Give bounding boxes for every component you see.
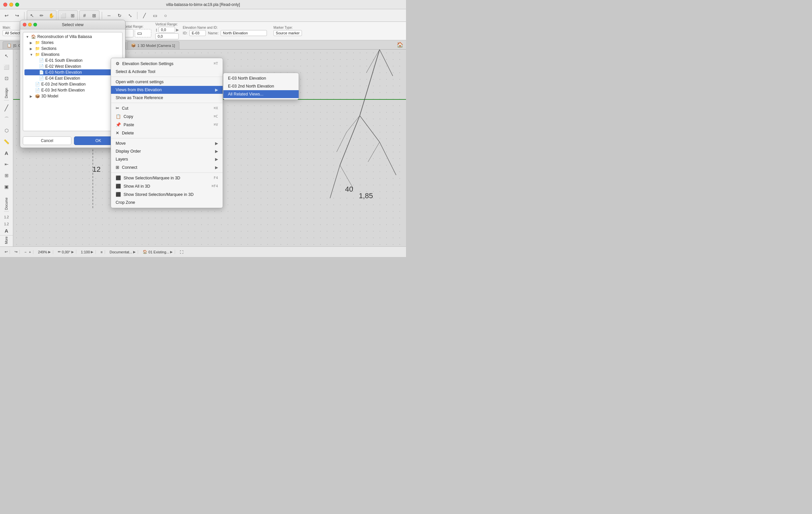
status-angle[interactable]: ✏ 0,00° ▶: [56, 250, 76, 254]
edit-tool[interactable]: ✏: [37, 11, 46, 20]
tree-item-7[interactable]: 📄E-04 East Elevation: [24, 75, 121, 81]
submenu-item-1[interactable]: E-03 2nd North Elevation: [223, 82, 299, 90]
context-menu-item-0[interactable]: ⚙Elevation Selection Settings⌘T: [111, 59, 223, 68]
svg-line-7: [380, 50, 393, 76]
cm-label-3: Views from this Elevation: [116, 88, 162, 92]
elevation-id-value[interactable]: E-03: [189, 30, 206, 36]
v-range-val2[interactable]: 0,0: [155, 33, 179, 39]
fill-side-btn[interactable]: ▣: [2, 182, 11, 192]
zoom-in-btn[interactable]: +: [29, 250, 31, 254]
dotted-side-btn[interactable]: ⊡: [2, 73, 11, 83]
context-menu-item-2[interactable]: Open with current settings: [111, 78, 223, 86]
tree-item-2[interactable]: ▶📁Sections: [24, 46, 121, 52]
pan-tool[interactable]: ✋: [47, 11, 56, 20]
context-menu-item-14[interactable]: ⬛Show All in 3D⌘F4: [111, 182, 223, 190]
context-menu-item-16[interactable]: Crop Zone: [111, 199, 223, 206]
tree-item-0[interactable]: ▼🏠Reconstruction of Villa Balassa: [24, 34, 121, 40]
submenu-item-0[interactable]: E-03 North Elevation: [223, 74, 299, 82]
zoom-out-btn[interactable]: −: [24, 250, 26, 254]
cm-label-2: Open with current settings: [116, 80, 164, 84]
context-menu-item-12[interactable]: ⊞Connect▶: [111, 163, 223, 171]
measure-side-btn[interactable]: 📏: [2, 137, 11, 147]
snap-tool[interactable]: #: [80, 11, 89, 20]
status-undo[interactable]: ↩: [3, 250, 10, 254]
v-range-val1[interactable]: 0,0: [158, 27, 175, 33]
minimize-button[interactable]: [9, 3, 13, 7]
square-side-btn[interactable]: ⬜: [2, 62, 11, 72]
tree-item-6[interactable]: 📄E-03 North Elevation: [24, 69, 121, 75]
cm-left-1: Select & Activate Tool: [116, 69, 155, 74]
h-range-input2[interactable]: ▭: [135, 29, 151, 37]
context-menu-item-1[interactable]: Select & Activate Tool: [111, 68, 223, 76]
context-menu-item-8[interactable]: ✕Delete: [111, 129, 223, 137]
submenu-item-2[interactable]: All Related Views...: [223, 90, 299, 98]
pointer-tool[interactable]: ↖: [27, 11, 37, 20]
sep2: [102, 12, 102, 19]
rect-tool[interactable]: ▭: [150, 11, 160, 20]
cm-label-0: Elevation Selection Settings: [122, 61, 173, 66]
maximize-button[interactable]: [15, 3, 19, 7]
tree-view[interactable]: ▼🏠Reconstruction of Villa Balassa▶📁Stori…: [23, 32, 122, 131]
tree-item-3[interactable]: ▼📁Elevations: [24, 52, 121, 57]
pointer-side-btn[interactable]: ↖: [2, 51, 11, 61]
crop-tool[interactable]: ⊞: [68, 11, 77, 20]
redo-button[interactable]: ↪: [12, 11, 22, 20]
move-tool[interactable]: ↔: [105, 11, 114, 20]
dialog-max-btn[interactable]: [33, 23, 37, 26]
dialog-min-btn[interactable]: [28, 23, 32, 26]
tab-3d-model[interactable]: 📦 1 3D Model [Camera 1]: [127, 41, 179, 49]
ruler2-side-btn[interactable]: 1.2: [2, 221, 11, 227]
status-doc1[interactable]: Documentat... ▶: [108, 250, 138, 254]
tree-item-8[interactable]: 📄E-03 2nd North Elevation: [24, 81, 121, 87]
tree-item-5[interactable]: 📄E-02 West Elevation: [24, 63, 121, 69]
context-menu-item-13[interactable]: ⬛Show Selection/Marquee in 3DF4: [111, 174, 223, 182]
context-menu-item-3[interactable]: Views from this Elevation▶: [111, 86, 223, 94]
status-expand[interactable]: ⛶: [178, 250, 185, 254]
context-menu-item-11[interactable]: Layers▶: [111, 155, 223, 163]
text2-side-btn[interactable]: A: [2, 228, 11, 234]
line-tool[interactable]: ╱: [140, 11, 149, 20]
dim-side-btn[interactable]: ⇤: [2, 159, 11, 169]
select-tool[interactable]: ⬜: [58, 11, 68, 20]
context-menu-item-7[interactable]: 📌Paste⌘V: [111, 120, 223, 129]
line-side-btn[interactable]: ╱: [2, 103, 11, 113]
grid-tool[interactable]: ⊞: [89, 11, 99, 20]
arc-side-btn[interactable]: ⌒: [2, 114, 11, 124]
window-controls[interactable]: [3, 3, 19, 7]
undo-button[interactable]: ↩: [2, 11, 11, 20]
context-menu-item-4[interactable]: Show as Trace Reference: [111, 94, 223, 102]
poly-side-btn[interactable]: ⬡: [2, 125, 11, 136]
scale-tool[interactable]: ⤡: [125, 11, 135, 20]
rotate-tool[interactable]: ↻: [115, 11, 124, 20]
zone-side-btn[interactable]: ⊞: [2, 170, 11, 180]
status-doc2[interactable]: 🏠 01 Existing... ▶: [141, 250, 175, 254]
tree-item-10[interactable]: ▶📦3D Model: [24, 93, 121, 99]
tree-item-1[interactable]: ▶📁Stories: [24, 40, 121, 46]
tree-icon-10: 📦: [35, 94, 40, 98]
status-redo[interactable]: ↪: [12, 250, 20, 254]
dialog-body: ▼🏠Reconstruction of Villa Balassa▶📁Stori…: [20, 29, 125, 134]
context-menu-item-6[interactable]: 📋Copy⌘C: [111, 112, 223, 120]
ruler-side-btn[interactable]: 1.2: [2, 214, 11, 220]
cm-icon-0: ⚙: [116, 61, 120, 66]
circle-tool[interactable]: ○: [161, 11, 170, 20]
cancel-button[interactable]: Cancel: [23, 137, 71, 145]
elevation-name-value[interactable]: North Elevation: [221, 30, 267, 36]
context-menu-item-5[interactable]: ✂Cut⌘X: [111, 104, 223, 112]
tree-item-4[interactable]: 📄E-01 South Elevation: [24, 57, 121, 63]
doc1-arrow: ▶: [133, 250, 136, 254]
dialog-close-btn[interactable]: [23, 23, 26, 26]
status-scale[interactable]: 1:100 ▶: [79, 250, 96, 254]
text-side-btn[interactable]: A: [2, 148, 11, 158]
home-tab-icon[interactable]: 🏠: [397, 41, 403, 48]
tree-label-2: Sections: [41, 46, 57, 51]
tree-icon-9: 📄: [35, 88, 40, 92]
context-menu-item-10[interactable]: Display Order▶: [111, 147, 223, 155]
tree-item-9[interactable]: 📄E-03 3rd North Elevation: [24, 87, 121, 93]
dialog-window-controls[interactable]: [23, 23, 37, 26]
context-menu-item-9[interactable]: Move▶: [111, 139, 223, 147]
context-menu-item-15[interactable]: ⬛Show Stored Selection/Marquee in 3D: [111, 190, 223, 199]
close-button[interactable]: [3, 3, 7, 7]
tree-label-6: E-03 North Elevation: [45, 70, 82, 75]
status-zoom[interactable]: 249% ▶: [36, 250, 53, 254]
